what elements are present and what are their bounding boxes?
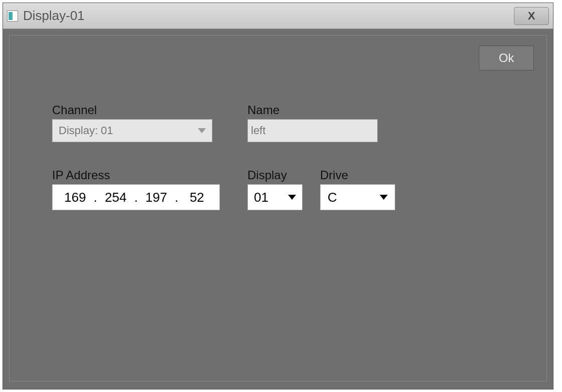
drive-label: Drive bbox=[320, 168, 395, 182]
channel-value: Display: 01 bbox=[59, 124, 113, 137]
ip-dot: . bbox=[174, 190, 179, 205]
ip-input[interactable]: 169 . 254 . 197 . 52 bbox=[52, 184, 220, 210]
dialog-window: Display-01 X Ok Channel Display: 01 Name… bbox=[3, 3, 553, 389]
ip-seg-2: 254 bbox=[98, 190, 133, 205]
display-label: Display bbox=[247, 168, 303, 182]
ip-seg-4: 52 bbox=[179, 190, 214, 205]
ip-seg-1: 169 bbox=[58, 190, 93, 205]
ip-field: IP Address 169 . 254 . 197 . 52 bbox=[52, 168, 220, 210]
display-select[interactable]: 01 bbox=[247, 184, 303, 210]
content-frame: Ok Channel Display: 01 Name left IP Addr… bbox=[9, 35, 547, 381]
channel-select[interactable]: Display: 01 bbox=[52, 119, 212, 142]
name-field: Name left bbox=[247, 103, 378, 142]
app-icon bbox=[7, 11, 18, 22]
ip-dot: . bbox=[133, 190, 139, 205]
drive-value: C bbox=[328, 190, 337, 205]
close-icon: X bbox=[528, 10, 535, 23]
ip-dot: . bbox=[93, 190, 98, 205]
close-button[interactable]: X bbox=[514, 7, 549, 25]
drive-field: Drive C bbox=[320, 168, 395, 210]
display-field: Display 01 bbox=[247, 168, 303, 210]
display-value: 01 bbox=[254, 190, 268, 205]
chevron-down-icon bbox=[198, 128, 206, 133]
ip-label: IP Address bbox=[52, 168, 220, 182]
chevron-down-icon bbox=[288, 195, 296, 200]
chevron-down-icon bbox=[380, 195, 388, 200]
ip-seg-3: 197 bbox=[139, 190, 174, 205]
name-input[interactable]: left bbox=[247, 119, 378, 142]
channel-field: Channel Display: 01 bbox=[52, 103, 212, 142]
channel-label: Channel bbox=[52, 103, 212, 117]
name-label: Name bbox=[247, 103, 378, 117]
ok-label: Ok bbox=[499, 51, 514, 65]
titlebar: Display-01 X bbox=[3, 3, 553, 29]
window-title: Display-01 bbox=[23, 8, 514, 24]
drive-select[interactable]: C bbox=[320, 184, 395, 210]
name-value: left bbox=[251, 124, 265, 137]
ok-button[interactable]: Ok bbox=[479, 46, 534, 71]
